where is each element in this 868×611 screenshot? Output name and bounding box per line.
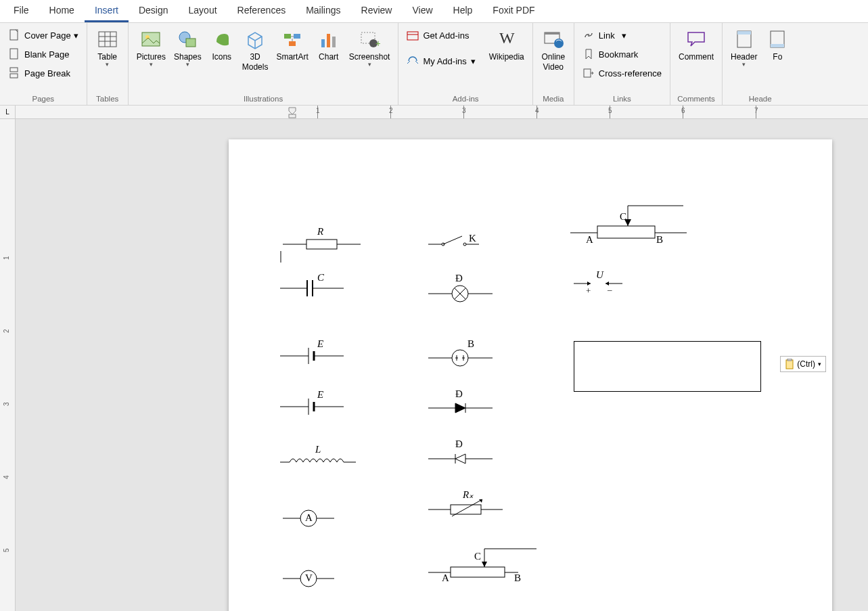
group-hf-label: Heade <box>727 93 794 105</box>
comment-button[interactable]: Comment <box>675 26 718 88</box>
group-comments: Comment Comments <box>670 23 723 105</box>
svg-rect-3 <box>10 74 18 78</box>
svg-rect-0 <box>10 30 18 40</box>
group-addins: Get Add-ins My Add-ins ▾ W Wikipedia Add… <box>398 23 532 105</box>
models-button[interactable]: 3D Models <box>238 26 273 88</box>
pictures-button[interactable]: Pictures ▾ <box>133 26 170 88</box>
smartart-button[interactable]: SmartArt <box>272 26 312 88</box>
label-U: U <box>596 269 603 281</box>
tab-design[interactable]: Design <box>129 0 179 22</box>
page-icon <box>8 29 20 41</box>
svg-rect-33 <box>771 44 784 47</box>
svg-rect-36 <box>306 240 337 249</box>
bookmark-icon <box>583 48 595 60</box>
tab-layout[interactable]: Layout <box>179 0 227 22</box>
group-pages-label: Pages <box>4 93 83 105</box>
label-L: L <box>315 444 321 455</box>
blank-page-button[interactable]: Blank Page <box>4 45 74 64</box>
symbol-diode[interactable] <box>428 403 493 413</box>
group-illustrations: Pictures ▾ Shapes ▾ Icons 3D Models Smar… <box>129 23 399 105</box>
icons-button[interactable]: Icons <box>206 26 238 88</box>
link-button[interactable]: Link ▾ <box>578 26 631 45</box>
cross-reference-button[interactable]: Cross-reference <box>578 64 666 83</box>
screenshot-button[interactable]: + Screenshot ▾ <box>345 26 394 88</box>
svg-rect-31 <box>737 31 751 35</box>
clipboard-icon <box>785 359 794 369</box>
online-video-button[interactable]: Online Video <box>537 26 570 88</box>
label-cB: B <box>656 234 663 246</box>
svg-rect-18 <box>332 37 336 47</box>
symbol-cell-e1[interactable] <box>280 348 344 364</box>
svg-text:W: W <box>499 29 515 47</box>
tab-view[interactable]: View <box>402 0 442 22</box>
tab-help[interactable]: Help <box>443 0 483 22</box>
cover-page-label: Cover Page <box>24 30 71 41</box>
symbol-lamp[interactable] <box>428 286 493 302</box>
svg-rect-16 <box>321 39 325 47</box>
group-headerfooter: Header ▾ Fo Heade <box>723 23 798 105</box>
label-E1: E <box>317 338 323 350</box>
selected-textbox[interactable] <box>574 341 761 392</box>
symbol-resistor[interactable] <box>283 240 361 249</box>
models-label: 3D Models <box>242 52 269 72</box>
symbol-voltage[interactable] <box>574 281 622 286</box>
get-addins-button[interactable]: Get Add-ins <box>403 26 479 45</box>
dropdown-icon: ▾ <box>818 361 821 367</box>
cover-page-button[interactable]: Cover Page ▾ <box>4 26 83 45</box>
tab-mailings[interactable]: Mailings <box>296 0 350 22</box>
wikipedia-button[interactable]: W Wikipedia <box>485 26 528 88</box>
work-area: 1 2 3 4 5 <box>0 119 868 611</box>
pictures-icon <box>139 27 163 51</box>
table-button[interactable]: Table ▾ <box>91 26 124 88</box>
page-break-button[interactable]: Page Break <box>4 64 74 83</box>
smartart-label: SmartArt <box>276 52 308 62</box>
svg-rect-86 <box>451 567 505 577</box>
link-label: Link <box>599 30 615 41</box>
horizontal-ruler[interactable]: 1 2 3 4 5 6 7 <box>16 106 868 118</box>
symbol-cell-e2[interactable] <box>280 399 344 415</box>
label-cC-sm: C <box>474 551 481 562</box>
svg-rect-98 <box>787 359 792 361</box>
footer-label: Fo <box>773 52 782 62</box>
chart-label: Chart <box>319 52 338 62</box>
page-scroll[interactable]: R C E E L A V K Đ B Đ Đ Rₓ A B C A B C U… <box>16 119 868 611</box>
bookmark-button[interactable]: Bookmark <box>578 45 643 64</box>
label-B: B <box>467 338 474 350</box>
vertical-ruler[interactable]: 1 2 3 4 5 <box>0 119 16 611</box>
dropdown-icon: ▾ <box>74 30 78 41</box>
tab-file[interactable]: File <box>3 0 39 22</box>
symbol-variable-resistor[interactable] <box>428 499 503 516</box>
symbol-motor[interactable] <box>428 350 493 366</box>
tab-references[interactable]: References <box>227 0 296 22</box>
symbol-potentiometer-large[interactable] <box>570 206 687 238</box>
paste-options-button[interactable]: (Ctrl) ▾ <box>780 356 826 372</box>
bookmark-label: Bookmark <box>599 49 639 60</box>
tab-home[interactable]: Home <box>39 0 85 22</box>
document-page[interactable]: R C E E L A V K Đ B Đ Đ Rₓ A B C A B C U… <box>229 139 832 611</box>
icons-label: Icons <box>212 52 231 62</box>
svg-rect-13 <box>284 34 291 39</box>
indent-marker[interactable] <box>288 106 296 118</box>
group-media: Online Video Media <box>533 23 574 105</box>
symbol-diode-reverse[interactable] <box>428 454 493 463</box>
symbol-inductor[interactable] <box>280 459 356 462</box>
chart-icon <box>317 27 341 51</box>
header-button[interactable]: Header ▾ <box>727 26 761 88</box>
smartart-icon <box>280 27 304 51</box>
footer-button[interactable]: Fo <box>761 26 794 88</box>
shapes-icon <box>175 27 200 51</box>
chart-button[interactable]: Chart <box>313 26 345 88</box>
tab-review[interactable]: Review <box>351 0 403 22</box>
shapes-button[interactable]: Shapes ▾ <box>170 26 206 88</box>
symbol-capacitor[interactable] <box>280 280 344 296</box>
blank-page-icon <box>8 48 20 60</box>
label-D2: Đ <box>455 388 463 400</box>
dropdown-icon: ▾ <box>622 30 626 41</box>
my-addins-button[interactable]: My Add-ins ▾ <box>403 51 479 70</box>
ruler-area: L 1 2 3 4 5 6 7 <box>0 106 868 119</box>
ctrl-label: (Ctrl) <box>797 359 815 369</box>
svg-rect-91 <box>597 226 655 238</box>
dropdown-icon: ▾ <box>106 61 109 68</box>
tab-insert[interactable]: Insert <box>85 0 129 22</box>
tab-foxitpdf[interactable]: Foxit PDF <box>482 0 545 22</box>
